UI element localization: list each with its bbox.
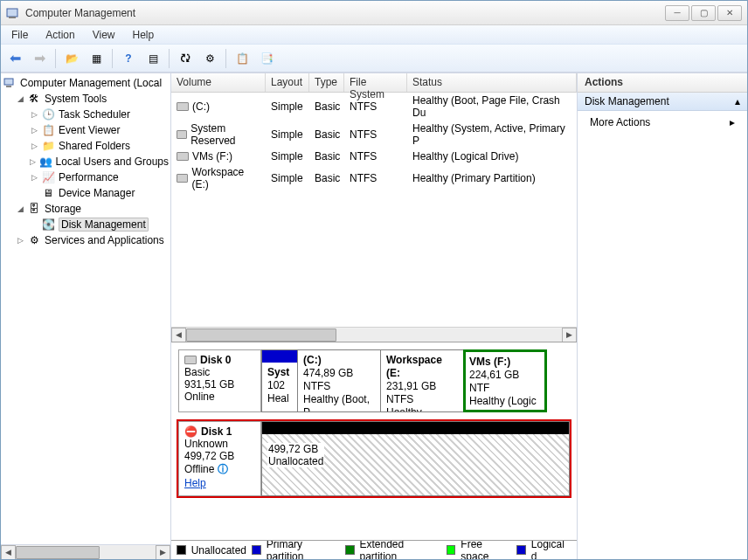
services-icon: ⚙: [27, 233, 41, 247]
expander-icon[interactable]: ▷: [29, 141, 39, 151]
views-button[interactable]: ▤: [142, 48, 163, 69]
settings-button[interactable]: ⚙: [199, 48, 220, 69]
refresh-button[interactable]: 🗘: [175, 48, 196, 69]
extra2-icon: 📑: [260, 52, 274, 65]
disk-partitions: Syst 102 Heal (C:) 474,89 GB NTFS Health…: [261, 349, 570, 412]
extra2-button[interactable]: 📑: [256, 48, 277, 69]
partition[interactable]: (C:) 474,89 GB NTFS Healthy (Boot, P: [297, 349, 381, 412]
device-icon: 🖥: [41, 186, 55, 200]
tree-storage[interactable]: ◢ 🗄 Storage: [1, 201, 170, 217]
settings-icon: ⚙: [205, 52, 215, 65]
col-header-fs[interactable]: File System: [344, 73, 407, 92]
volume-row[interactable]: (C:) Simple Basic NTFS Healthy (Boot, Pa…: [171, 93, 577, 121]
tree-h-scrollbar[interactable]: ◀ ▶: [1, 544, 170, 559]
help-icon: ?: [125, 52, 131, 65]
svg-rect-3: [6, 86, 11, 87]
tree-services-apps[interactable]: ▷ ⚙ Services and Applications: [1, 232, 170, 248]
tree-event-viewer[interactable]: ▷ 📋 Event Viewer: [1, 122, 170, 138]
content-area: Computer Management (Local ◢ 🛠 System To…: [1, 73, 747, 559]
menu-file[interactable]: File: [3, 27, 37, 43]
unallocated-region[interactable]: 499,72 GB Unallocated: [261, 421, 570, 496]
col-header-type[interactable]: Type: [309, 73, 344, 92]
expander-icon[interactable]: ▷: [15, 235, 25, 245]
tree-device-manager[interactable]: 🖥 Device Manager: [1, 185, 170, 201]
info-icon[interactable]: ⓘ: [218, 463, 228, 475]
volume-list: Volume Layout Type File System Status (C…: [171, 73, 577, 342]
menu-view[interactable]: View: [84, 27, 124, 43]
partition[interactable]: Workspace (E: 231,91 GB NTFS Healthy (Pr…: [380, 349, 464, 412]
scroll-left-arrow-icon[interactable]: ◀: [171, 328, 186, 342]
disk-partitions: 499,72 GB Unallocated: [261, 421, 570, 496]
primary-partition-header: [262, 350, 297, 363]
drive-icon: [177, 174, 188, 183]
tree-pane[interactable]: Computer Management (Local ◢ 🛠 System To…: [1, 73, 171, 559]
scroll-right-arrow-icon[interactable]: ▶: [562, 328, 577, 342]
expander-icon[interactable]: ◢: [15, 93, 25, 104]
extra1-button[interactable]: 📋: [232, 48, 253, 69]
toolbar: ⬅ ➡ 📂 ▦ ? ▤ 🗘 ⚙ 📋 📑: [1, 45, 747, 73]
volume-row[interactable]: Workspace (E:) Simple Basic NTFS Healthy…: [171, 164, 577, 192]
expander-icon[interactable]: ▷: [29, 172, 39, 183]
tree-system-tools[interactable]: ◢ 🛠 System Tools: [1, 91, 170, 107]
expander-icon[interactable]: ▷: [29, 156, 38, 167]
window-title: Computer Management: [25, 7, 663, 19]
forward-button[interactable]: ➡: [29, 48, 50, 69]
volume-row[interactable]: VMs (F:) Simple Basic NTFS Healthy (Logi…: [171, 149, 577, 164]
expander-icon[interactable]: ▷: [29, 109, 39, 120]
scroll-right-arrow-icon[interactable]: ▶: [156, 545, 170, 560]
tree-root[interactable]: Computer Management (Local: [1, 75, 170, 91]
svg-rect-1: [9, 17, 16, 18]
views-icon: ▤: [149, 52, 158, 65]
back-button[interactable]: ⬅: [4, 48, 25, 69]
menu-help[interactable]: Help: [124, 27, 163, 43]
help-button[interactable]: ?: [118, 48, 139, 69]
folder-up-button[interactable]: 📂: [61, 48, 82, 69]
expander-spacer: [29, 219, 39, 230]
scrollbar-thumb[interactable]: [16, 546, 100, 559]
expander-icon[interactable]: ▷: [29, 125, 39, 135]
svg-rect-0: [7, 9, 17, 17]
disk-row-0[interactable]: Disk 0 Basic 931,51 GB Online Syst 102 H…: [177, 348, 571, 414]
legend-swatch-logical: [516, 545, 526, 555]
actions-group[interactable]: Disk Management ▴: [578, 93, 747, 111]
scrollbar-thumb[interactable]: [186, 328, 336, 342]
app-window: Computer Management ─ ▢ ✕ File Action Vi…: [0, 0, 748, 560]
partition[interactable]: Syst 102 Heal: [261, 349, 298, 412]
users-icon: 👥: [39, 155, 52, 169]
storage-icon: 🗄: [27, 202, 41, 216]
menu-action[interactable]: Action: [37, 27, 83, 43]
drive-icon: [177, 102, 189, 111]
volume-h-scrollbar[interactable]: ◀ ▶: [171, 327, 577, 342]
actions-more[interactable]: More Actions ▸: [578, 111, 747, 134]
expander-spacer: [29, 188, 39, 198]
scroll-left-arrow-icon[interactable]: ◀: [1, 545, 16, 560]
disk-row-1[interactable]: ⛔Disk 1 Unknown 499,72 GB Offline ⓘ Help…: [177, 419, 571, 498]
window-controls: ─ ▢ ✕: [663, 5, 742, 21]
tree-disk-management[interactable]: 💽 Disk Management: [1, 217, 170, 232]
disk-error-icon: ⛔: [184, 425, 197, 438]
properties-button[interactable]: ▦: [86, 48, 107, 69]
partition-selected[interactable]: VMs (F:) 224,61 GB NTF Healthy (Logic: [463, 349, 547, 412]
main-pane: Volume Layout Type File System Status (C…: [171, 73, 578, 559]
tree-performance[interactable]: ▷ 📈 Performance: [1, 169, 170, 185]
volume-rows: (C:) Simple Basic NTFS Healthy (Boot, Pa…: [171, 93, 577, 327]
expander-icon[interactable]: ◢: [15, 204, 25, 214]
col-header-volume[interactable]: Volume: [171, 73, 266, 92]
forward-arrow-icon: ➡: [34, 50, 45, 66]
legend-swatch-extended: [345, 545, 355, 555]
help-link[interactable]: Help: [184, 477, 206, 489]
maximize-button[interactable]: ▢: [691, 5, 716, 21]
col-header-layout[interactable]: Layout: [266, 73, 309, 92]
volume-row[interactable]: System Reserved Simple Basic NTFS Health…: [171, 121, 577, 149]
tree-local-users[interactable]: ▷ 👥 Local Users and Groups: [1, 154, 170, 169]
tree-shared-folders[interactable]: ▷ 📁 Shared Folders: [1, 138, 170, 154]
collapse-arrow-icon: ▴: [735, 95, 740, 107]
legend-swatch-unallocated: [177, 545, 186, 555]
col-header-status[interactable]: Status: [407, 73, 577, 92]
tree-task-scheduler[interactable]: ▷ 🕒 Task Scheduler: [1, 107, 170, 122]
unallocated-header: [262, 422, 569, 434]
minimize-button[interactable]: ─: [665, 5, 689, 21]
menubar: File Action View Help: [1, 25, 747, 45]
disk-map: Disk 0 Basic 931,51 GB Online Syst 102 H…: [171, 342, 577, 540]
close-button[interactable]: ✕: [717, 5, 742, 21]
